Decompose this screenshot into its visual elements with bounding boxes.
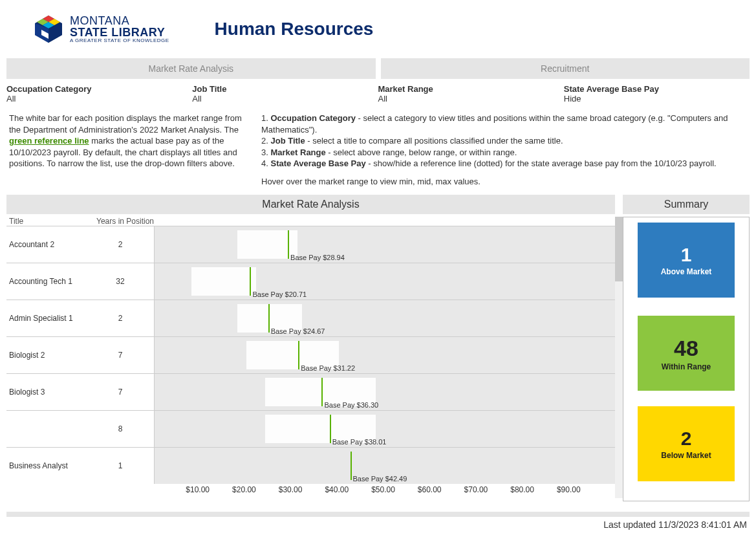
summary-title: Summary (623, 195, 750, 214)
filter-range-label: Market Range (378, 84, 564, 94)
base-pay-label: Base Pay $24.67 (271, 327, 325, 335)
base-pay-label: Base Pay $38.01 (332, 438, 387, 446)
tab-recruitment[interactable]: Recruitment (381, 58, 750, 79)
description-right: 1. Occupation Category - select a catego… (261, 113, 747, 187)
summary-above-market[interactable]: 1 Above Market (638, 223, 735, 298)
row-plot[interactable]: Base Pay $24.67 (154, 300, 615, 336)
header: MONTANASTATE LIBRARY A GREATER STATE OF … (0, 0, 756, 52)
tabs: Market Rate Analysis Recruitment (0, 58, 756, 79)
row-plot[interactable]: Base Pay $20.71 (154, 263, 615, 300)
col-title: Title (6, 217, 87, 226)
row-years: 8 (87, 411, 154, 447)
filter-range-value: All (378, 94, 564, 104)
x-tick: $50.00 (371, 485, 395, 494)
base-pay-line (351, 452, 352, 480)
row-plot[interactable]: Base Pay $28.94 (154, 226, 615, 263)
scrollbar-thumb[interactable] (615, 217, 623, 281)
description: The white bar for each position displays… (0, 106, 756, 195)
tab-market-rate[interactable]: Market Rate Analysis (6, 58, 376, 79)
filter-avg-value: Hide (564, 94, 750, 104)
filter-market-range[interactable]: Market Range All (378, 84, 564, 104)
x-tick: $10.00 (186, 485, 210, 494)
within-label: Within Range (662, 362, 711, 371)
chart-section: Market Rate Analysis Title Years in Posi… (6, 195, 615, 501)
row-title: Biologist 3 (6, 374, 87, 410)
above-label: Above Market (661, 267, 712, 276)
base-pay-line (321, 378, 323, 406)
row-title (6, 411, 87, 447)
chart-scrollbar[interactable] (615, 217, 623, 498)
filter-occupation-value: All (6, 94, 192, 104)
row-plot[interactable]: Base Pay $36.30 (154, 374, 615, 410)
x-tick: $70.00 (464, 485, 488, 494)
filter-job-label: Job Title (192, 84, 378, 94)
chart-row[interactable]: Biologist 27Base Pay $31.22 (6, 336, 615, 373)
x-tick: $60.00 (418, 485, 442, 494)
chart-columns: Title Years in Position (6, 217, 615, 226)
x-tick: $90.00 (557, 485, 581, 494)
base-pay-line (268, 304, 270, 333)
page-title: Human Resources (215, 19, 374, 39)
below-count: 2 (681, 428, 692, 450)
filter-avg-label: State Average Base Pay (564, 84, 750, 94)
row-years: 1 (87, 448, 154, 484)
chart-row[interactable]: Accountant 22Base Pay $28.94 (6, 226, 615, 263)
row-title: Business Analyst (6, 448, 87, 484)
green-reference-link[interactable]: green reference line (9, 136, 89, 146)
filter-occupation[interactable]: Occupation Category All (6, 84, 192, 104)
row-plot[interactable]: Base Pay $42.49 (154, 448, 615, 484)
logo-icon (32, 13, 65, 45)
chart-row[interactable]: Accounting Tech 132Base Pay $20.71 (6, 263, 615, 300)
logo-text-line1: MONTANASTATE LIBRARY (70, 15, 169, 38)
footer: Last updated 11/3/2023 8:41:01 AM (0, 512, 756, 535)
base-pay-label: Base Pay $31.22 (301, 364, 355, 372)
row-years: 7 (87, 374, 154, 410)
x-tick: $30.00 (279, 485, 303, 494)
row-plot[interactable]: Base Pay $38.01 (154, 411, 615, 447)
base-pay-label: Base Pay $36.30 (324, 401, 378, 409)
logo: MONTANASTATE LIBRARY A GREATER STATE OF … (32, 13, 169, 45)
base-pay-line (288, 230, 289, 259)
row-plot[interactable]: Base Pay $31.22 (154, 337, 615, 373)
chart-row[interactable]: Admin Specialist 12Base Pay $24.67 (6, 300, 615, 336)
chart-body[interactable]: Accountant 22Base Pay $28.94Accounting T… (6, 226, 615, 484)
last-updated: Last updated 11/3/2023 8:41:01 AM (0, 517, 756, 535)
x-tick: $20.00 (232, 485, 256, 494)
filter-job-value: All (192, 94, 378, 104)
row-years: 32 (87, 263, 154, 300)
filter-bar: Occupation Category All Job Title All Ma… (0, 79, 756, 106)
filter-job-title[interactable]: Job Title All (192, 84, 378, 104)
row-years: 2 (87, 226, 154, 263)
chart-row[interactable]: Biologist 37Base Pay $36.30 (6, 373, 615, 410)
chart-row[interactable]: Business Analyst1Base Pay $42.49 (6, 447, 615, 484)
row-years: 2 (87, 300, 154, 336)
description-left: The white bar for each position displays… (9, 113, 248, 187)
base-pay-label: Base Pay $28.94 (290, 254, 345, 261)
below-label: Below Market (661, 451, 711, 460)
base-pay-line (330, 415, 331, 443)
x-tick: $80.00 (510, 485, 534, 494)
within-count: 48 (674, 336, 698, 361)
logo-text-line2: A GREATER STATE OF KNOWLEDGE (70, 38, 169, 43)
summary-below-market[interactable]: 2 Below Market (638, 406, 735, 481)
row-title: Accountant 2 (6, 226, 87, 263)
above-count: 1 (681, 244, 692, 266)
chart-title: Market Rate Analysis (6, 195, 615, 214)
chart-row[interactable]: 8Base Pay $38.01 (6, 410, 615, 447)
row-title: Admin Specialist 1 (6, 300, 87, 336)
base-pay-label: Base Pay $20.71 (252, 290, 307, 298)
row-title: Accounting Tech 1 (6, 263, 87, 300)
x-tick: $40.00 (325, 485, 349, 494)
summary-section: Summary 1 Above Market 48 Within Range 2… (623, 195, 750, 501)
col-years: Years in Position (87, 217, 157, 226)
summary-within-range[interactable]: 48 Within Range (638, 316, 735, 391)
filter-avg-pay[interactable]: State Average Base Pay Hide (564, 84, 750, 104)
base-pay-line (298, 341, 299, 369)
market-range-bar[interactable] (191, 267, 256, 296)
filter-occupation-label: Occupation Category (6, 84, 192, 94)
chart-x-axis: $10.00$20.00$30.00$40.00$50.00$60.00$70.… (6, 484, 615, 498)
base-pay-line (250, 267, 251, 296)
base-pay-label: Base Pay $42.49 (353, 475, 407, 483)
footer-bar (6, 512, 750, 517)
row-years: 7 (87, 337, 154, 373)
